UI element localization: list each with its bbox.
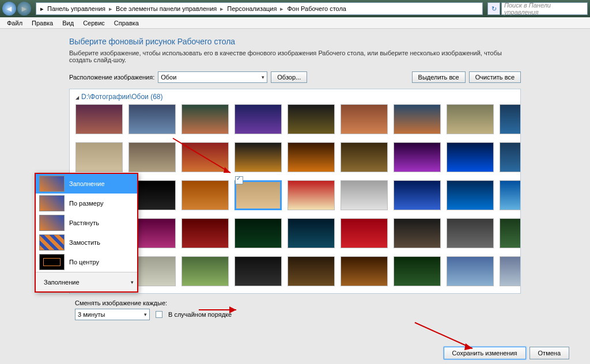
crumb-2[interactable]: Все элементы панели управления (114, 5, 218, 12)
thumbnail-grid (75, 104, 515, 289)
wallpaper-thumb[interactable] (288, 142, 335, 172)
search-input[interactable]: Поиск в Панели управления (501, 2, 588, 15)
wallpaper-thumb[interactable] (75, 142, 123, 172)
select-all-button[interactable]: Выделить все (412, 71, 466, 83)
wallpaper-thumb[interactable] (394, 218, 441, 248)
wallpaper-thumb[interactable] (447, 142, 494, 172)
menu-edit[interactable]: Правка (27, 20, 58, 26)
wallpaper-thumb[interactable] (394, 180, 441, 210)
wallpaper-thumb[interactable] (500, 218, 521, 248)
wallpaper-thumb[interactable] (235, 104, 282, 134)
wallpaper-thumb[interactable] (394, 142, 441, 172)
forward-button[interactable]: ► (17, 2, 31, 16)
chevron-down-icon: ▾ (144, 312, 147, 317)
wallpaper-thumb[interactable] (128, 104, 176, 134)
wallpaper-thumb[interactable] (235, 218, 282, 248)
wallpaper-thumb[interactable] (394, 104, 441, 134)
wallpaper-thumb[interactable] (394, 256, 441, 286)
change-interval-label: Сменять изображение каждые: (75, 299, 167, 306)
position-fit[interactable]: По размеру (36, 194, 137, 213)
wallpaper-thumb[interactable] (288, 104, 335, 134)
position-fill[interactable]: Заполнение (36, 174, 137, 194)
wallpaper-thumb[interactable] (288, 180, 335, 210)
page-title: Выберите фоновый рисунок Рабочего стола (69, 37, 521, 46)
crumb-3[interactable]: Персонализация (225, 5, 278, 12)
wallpaper-thumb[interactable] (447, 256, 494, 286)
wallpaper-thumb[interactable] (235, 142, 282, 172)
refresh-button[interactable]: ↻ (487, 2, 500, 15)
wallpaper-thumb[interactable] (341, 256, 388, 286)
wallpaper-thumb[interactable] (235, 180, 282, 210)
wallpaper-thumb[interactable] (341, 142, 388, 172)
wallpaper-thumb[interactable] (500, 142, 521, 172)
chevron-down-icon: ▾ (262, 74, 264, 80)
wallpaper-thumb[interactable] (181, 142, 229, 172)
crumb-4[interactable]: Фон Рабочего стола (285, 5, 348, 12)
position-tile[interactable]: Замостить (36, 233, 137, 252)
wallpaper-thumb[interactable] (288, 218, 335, 248)
menu-help[interactable]: Справка (109, 20, 143, 26)
wallpaper-thumb[interactable] (500, 180, 521, 210)
wallpaper-thumb[interactable] (181, 256, 229, 286)
position-menu: Заполнение По размеру Растянуть Замостит… (35, 173, 138, 293)
wallpaper-thumb[interactable] (447, 218, 494, 248)
menubar: Файл Правка Вид Сервис Справка (0, 17, 590, 29)
wallpaper-thumb[interactable] (181, 218, 229, 248)
location-value: Обои (161, 74, 176, 81)
wallpaper-thumb[interactable] (341, 104, 388, 134)
location-dropdown[interactable]: Обои ▾ (158, 71, 267, 83)
menu-file[interactable]: Файл (2, 20, 27, 26)
position-dropdown[interactable]: Заполнение▾ (36, 272, 137, 291)
folder-label[interactable]: D:\Фотографии\Обои (68) (75, 93, 515, 101)
interval-dropdown[interactable]: 3 минуты ▾ (75, 309, 150, 320)
cancel-button[interactable]: Отмена (530, 347, 569, 359)
menu-service[interactable]: Сервис (78, 20, 109, 26)
wallpaper-thumb[interactable] (447, 180, 494, 210)
clear-all-button[interactable]: Очистить все (469, 71, 521, 83)
wallpaper-thumb[interactable] (500, 256, 521, 286)
wallpaper-thumb[interactable] (500, 104, 521, 134)
wallpaper-thumb[interactable] (288, 256, 335, 286)
breadcrumb[interactable]: ▸ Панель управления▸ Все элементы панели… (36, 2, 483, 15)
shuffle-checkbox[interactable] (156, 311, 162, 318)
position-center[interactable]: По центру (36, 252, 137, 272)
wallpaper-thumb[interactable] (181, 104, 229, 134)
wallpaper-thumb[interactable] (75, 104, 123, 134)
wallpaper-thumb[interactable] (341, 218, 388, 248)
wallpaper-thumb[interactable] (181, 180, 229, 210)
svg-line-4 (415, 323, 472, 348)
back-button[interactable]: ◄ (2, 2, 16, 16)
position-stretch[interactable]: Растянуть (36, 213, 137, 233)
wallpaper-thumb[interactable] (341, 180, 388, 210)
wallpaper-thumb[interactable] (128, 142, 176, 172)
location-label: Расположение изображения: (69, 74, 154, 81)
interval-value: 3 минуты (78, 311, 105, 318)
wallpaper-thumb[interactable] (235, 256, 282, 286)
crumb-1[interactable]: Панель управления (46, 5, 107, 12)
titlebar: ◄ ► ▸ Панель управления▸ Все элементы па… (0, 0, 590, 17)
page-subtitle: Выберите изображение, чтобы использовать… (69, 50, 521, 63)
wallpaper-thumb[interactable] (447, 104, 494, 134)
menu-view[interactable]: Вид (58, 20, 78, 26)
browse-button[interactable]: Обзор... (271, 71, 307, 83)
save-changes-button[interactable]: Сохранить изменения (444, 347, 526, 359)
shuffle-label: В случайном порядке (168, 311, 232, 318)
